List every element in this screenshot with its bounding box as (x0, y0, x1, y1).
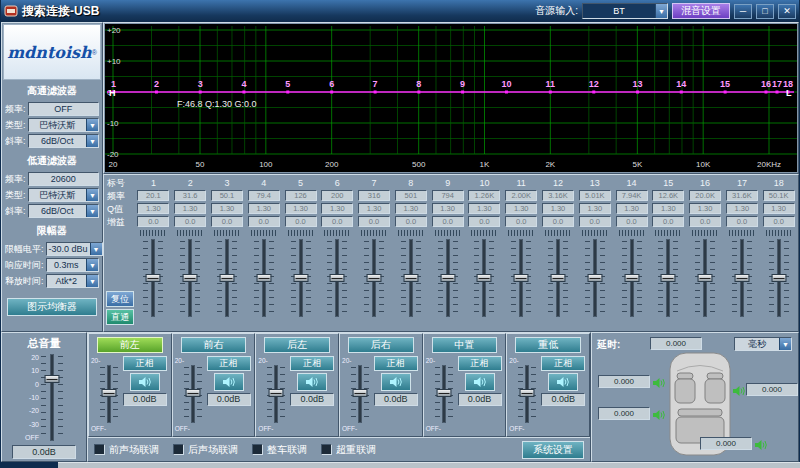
channel-select-button[interactable]: 后左 (264, 337, 330, 353)
speaker-mute-button[interactable] (297, 373, 327, 391)
checkbox[interactable] (173, 444, 184, 455)
hpf-value-select[interactable]: OFF (28, 102, 99, 116)
band-gain-slider[interactable] (474, 237, 494, 319)
checkbox[interactable] (321, 444, 332, 455)
speaker-mute-button[interactable] (465, 373, 495, 391)
band-gain-slider[interactable] (364, 237, 384, 319)
checkbox[interactable] (252, 444, 263, 455)
band-gain-slider[interactable] (291, 237, 311, 319)
band-gain-value[interactable]: 0.0 (542, 216, 574, 227)
band-gain-value[interactable]: 0.0 (211, 216, 243, 227)
band-gain-value[interactable]: 0.0 (285, 216, 317, 227)
band-gain-value[interactable]: 0.0 (248, 216, 280, 227)
eq-reset-button[interactable]: 复位 (106, 291, 134, 307)
chevron-down-icon[interactable]: ▼ (779, 338, 791, 350)
slider-thumb[interactable] (436, 389, 451, 397)
band-gain-slider[interactable] (622, 237, 642, 319)
channel-volume-slider[interactable]: 20-OFF- (426, 355, 456, 434)
delay-value-front-left[interactable]: 0.000 (598, 375, 650, 388)
band-frequency-value[interactable]: 12.6K (652, 190, 684, 201)
speaker-mute-button[interactable] (381, 373, 411, 391)
lpf-value-select[interactable]: 巴特沃斯▼ (28, 188, 99, 202)
phase-button[interactable]: 正相 (541, 356, 585, 371)
chevron-down-icon[interactable]: ▼ (86, 189, 98, 201)
band-frequency-value[interactable]: 79.4 (248, 190, 280, 201)
band-gain-slider[interactable] (438, 237, 458, 319)
slider-thumb[interactable] (698, 274, 713, 282)
band-gain-slider[interactable] (732, 237, 752, 319)
phase-button[interactable]: 正相 (374, 356, 418, 371)
band-q-value[interactable]: 1.30 (358, 203, 390, 214)
slider-thumb[interactable] (550, 274, 565, 282)
band-gain-slider[interactable] (143, 237, 163, 319)
chevron-down-icon[interactable]: ▼ (86, 205, 98, 217)
system-settings-button[interactable]: 系统设置 (522, 441, 584, 459)
channel-select-button[interactable]: 前右 (181, 337, 247, 353)
band-frequency-value[interactable]: 7.94K (616, 190, 648, 201)
band-frequency-value[interactable]: 200 (321, 190, 353, 201)
delay-value-rear-right[interactable]: 0.000 (700, 437, 752, 450)
phase-button[interactable]: 正相 (207, 356, 251, 371)
band-gain-value[interactable]: 0.0 (321, 216, 353, 227)
lpf-value-select[interactable]: 20600 (28, 172, 99, 186)
band-frequency-value[interactable]: 50.1 (211, 190, 243, 201)
phase-button[interactable]: 正相 (290, 356, 334, 371)
limiter-value-select[interactable]: Atk*2▼ (46, 274, 99, 288)
band-q-value[interactable]: 1.30 (763, 203, 795, 214)
slider-thumb[interactable] (219, 274, 234, 282)
slider-thumb[interactable] (587, 274, 602, 282)
band-q-value[interactable]: 1.30 (542, 203, 574, 214)
band-gain-value[interactable]: 0.0 (395, 216, 427, 227)
eq-bypass-button[interactable]: 直通 (106, 309, 134, 325)
slider-thumb[interactable] (269, 389, 284, 397)
band-q-value[interactable]: 1.30 (432, 203, 464, 214)
band-gain-value[interactable]: 0.0 (432, 216, 464, 227)
band-gain-slider[interactable] (254, 237, 274, 319)
band-q-value[interactable]: 1.30 (505, 203, 537, 214)
slider-thumb[interactable] (624, 274, 639, 282)
band-q-value[interactable]: 1.30 (689, 203, 721, 214)
speaker-mute-button[interactable] (130, 373, 160, 391)
band-q-value[interactable]: 1.30 (468, 203, 500, 214)
band-frequency-value[interactable]: 5.01K (579, 190, 611, 201)
band-q-value[interactable]: 1.30 (395, 203, 427, 214)
band-gain-value[interactable]: 0.0 (468, 216, 500, 227)
band-gain-slider[interactable] (217, 237, 237, 319)
lpf-value-select[interactable]: 6dB/Oct▼ (28, 204, 99, 218)
band-frequency-value[interactable]: 316 (358, 190, 390, 201)
hpf-value-select[interactable]: 6dB/Oct▼ (28, 134, 99, 148)
band-frequency-value[interactable]: 20.0K (689, 190, 721, 201)
band-gain-slider[interactable] (327, 237, 347, 319)
slider-thumb[interactable] (183, 274, 198, 282)
chevron-down-icon[interactable]: ▼ (86, 259, 98, 271)
band-q-value[interactable]: 1.30 (248, 203, 280, 214)
band-q-value[interactable]: 1.30 (616, 203, 648, 214)
band-gain-slider[interactable] (658, 237, 678, 319)
channel-volume-slider[interactable]: 20-OFF- (258, 355, 288, 434)
slider-thumb[interactable] (403, 274, 418, 282)
slider-thumb[interactable] (256, 274, 271, 282)
band-gain-value[interactable]: 0.0 (652, 216, 684, 227)
slider-thumb[interactable] (353, 389, 368, 397)
phase-button[interactable]: 正相 (458, 356, 502, 371)
master-slider-thumb[interactable] (45, 375, 60, 383)
band-frequency-value[interactable]: 31.6K (726, 190, 758, 201)
channel-select-button[interactable]: 前左 (97, 337, 163, 353)
chevron-down-icon[interactable]: ▼ (655, 4, 667, 18)
chevron-down-icon[interactable]: ▼ (86, 119, 98, 131)
band-gain-slider[interactable] (401, 237, 421, 319)
band-q-value[interactable]: 1.30 (726, 203, 758, 214)
band-gain-value[interactable]: 0.0 (137, 216, 169, 227)
channel-gain-value[interactable]: 0.0dB (458, 393, 502, 406)
close-button[interactable]: ✕ (778, 4, 796, 19)
band-gain-slider[interactable] (511, 237, 531, 319)
channel-gain-value[interactable]: 0.0dB (207, 393, 251, 406)
band-gain-value[interactable]: 0.0 (726, 216, 758, 227)
delay-unit-select[interactable]: 毫秒 ▼ (734, 337, 792, 351)
checkbox[interactable] (94, 444, 105, 455)
band-frequency-value[interactable]: 20.1 (137, 190, 169, 201)
band-gain-value[interactable]: 0.0 (358, 216, 390, 227)
band-gain-slider[interactable] (585, 237, 605, 319)
band-q-value[interactable]: 1.30 (321, 203, 353, 214)
band-frequency-value[interactable]: 501 (395, 190, 427, 201)
